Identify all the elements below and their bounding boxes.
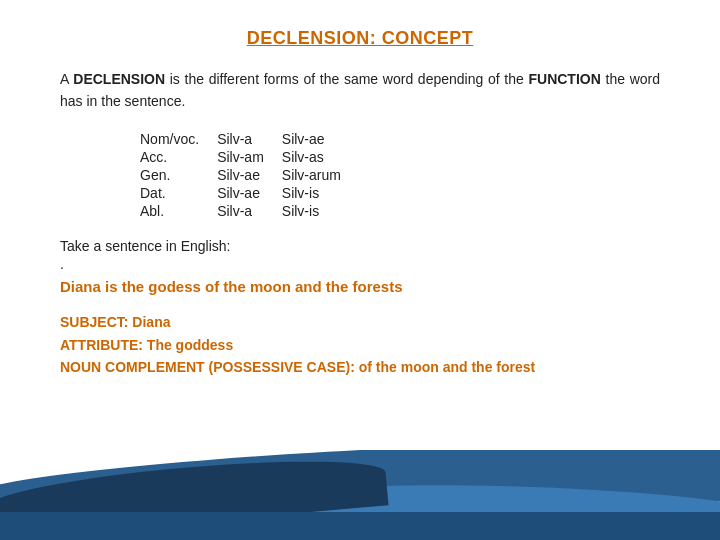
bottom-wave (0, 450, 720, 540)
intro-part1: A (60, 71, 73, 87)
main-content: DECLENSION: CONCEPT A DECLENSION is the … (0, 0, 720, 405)
table-cell-case: Dat. (140, 184, 217, 202)
subject-line: NOUN COMPLEMENT (POSSESSIVE CASE): of th… (60, 356, 660, 378)
table-cell-singular: Silv-a (217, 130, 282, 148)
page-title: DECLENSION: CONCEPT (60, 28, 660, 49)
intro-part2: is the different forms of the same word … (165, 71, 528, 87)
table-row: Acc.Silv-amSilv-as (140, 148, 359, 166)
table-cell-singular: Silv-ae (217, 184, 282, 202)
wave-layer4 (0, 512, 720, 540)
cases-table: Nom/voc.Silv-aSilv-aeAcc.Silv-amSilv-asG… (140, 130, 359, 220)
table-cell-singular: Silv-am (217, 148, 282, 166)
subject-block: SUBJECT: DianaATTRIBUTE: The goddessNOUN… (60, 311, 660, 378)
table-row: Nom/voc.Silv-aSilv-ae (140, 130, 359, 148)
intro-paragraph: A DECLENSION is the different forms of t… (60, 69, 660, 112)
table-cell-case: Acc. (140, 148, 217, 166)
table-row: Abl.Silv-aSilv-is (140, 202, 359, 220)
table-cell-case: Abl. (140, 202, 217, 220)
table-cell-plural: Silv-is (282, 202, 359, 220)
table-row: Gen.Silv-aeSilv-arum (140, 166, 359, 184)
subject-line: SUBJECT: Diana (60, 311, 660, 333)
intro-bold2: FUNCTION (528, 71, 600, 87)
table-cell-singular: Silv-a (217, 202, 282, 220)
table-cell-singular: Silv-ae (217, 166, 282, 184)
diana-sentence: Diana is the godess of the moon and the … (60, 278, 660, 295)
table-cell-plural: Silv-ae (282, 130, 359, 148)
table-cell-plural: Silv-arum (282, 166, 359, 184)
subject-line: ATTRIBUTE: The goddess (60, 334, 660, 356)
dot-line: . (60, 256, 660, 272)
table-cell-plural: Silv-is (282, 184, 359, 202)
intro-bold1: DECLENSION (73, 71, 165, 87)
declension-table: Nom/voc.Silv-aSilv-aeAcc.Silv-amSilv-asG… (140, 130, 660, 220)
table-cell-plural: Silv-as (282, 148, 359, 166)
table-row: Dat.Silv-aeSilv-is (140, 184, 359, 202)
table-cell-case: Nom/voc. (140, 130, 217, 148)
take-sentence-label: Take a sentence in English: (60, 238, 660, 254)
table-cell-case: Gen. (140, 166, 217, 184)
